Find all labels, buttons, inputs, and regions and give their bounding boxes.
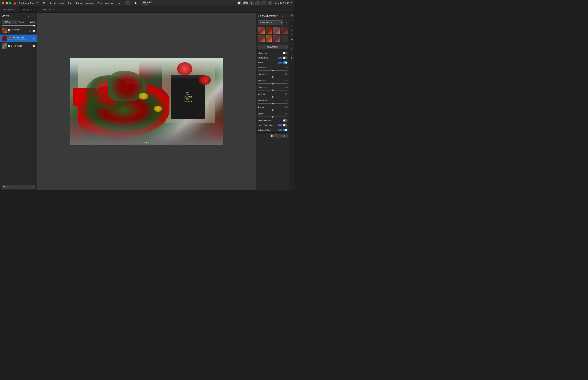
mask-badge[interactable]: Mask: [20, 38, 25, 40]
adj-selective-color-toggle[interactable]: [283, 129, 287, 131]
adj-contrast-slider[interactable]: [258, 97, 287, 97]
menu-edit[interactable]: Edit: [42, 1, 48, 5]
menu-tools[interactable]: Tools: [67, 1, 74, 5]
tab-close-0004[interactable]: ✕: [34, 8, 35, 10]
layer-live-photo-sub: 0:03: [8, 31, 28, 33]
clone-tool-icon[interactable]: ⊕: [290, 47, 294, 51]
page-dot-3: [148, 142, 149, 143]
adj-selective-clarity-toggle[interactable]: [283, 119, 287, 122]
tab-close-0610[interactable]: ✕: [53, 8, 54, 10]
search-tool-icon[interactable]: 🔍: [290, 57, 294, 60]
preset-thumb-4[interactable]: [281, 27, 288, 34]
canvas-photo: HOTGINAVAILABLEFORTAKEAWAY: [70, 58, 223, 145]
adj-brightness-slider[interactable]: [258, 90, 287, 91]
preset-thumb-7[interactable]: [273, 35, 280, 42]
preset-thumbs: +: [256, 26, 289, 43]
eraser-tool-icon[interactable]: ◻: [290, 42, 294, 46]
canvas-area[interactable]: HOTGINAVAILABLEFORTAKEAWAY: [37, 13, 256, 190]
adj-histogram-toggle[interactable]: [283, 52, 287, 55]
preset-thumb-add[interactable]: +: [281, 35, 288, 42]
zoom-slider[interactable]: [131, 3, 141, 3]
adj-black-point-slider[interactable]: [258, 103, 287, 104]
color-panel-settings-button[interactable]: ⊙: [281, 14, 284, 18]
adj-brightness-label: Brightness: [258, 86, 282, 88]
share-button[interactable]: ↑: [262, 1, 266, 5]
layer-depth-mask[interactable]: ⬜ Depth Mask ⬜: [0, 42, 37, 50]
adj-highlights-slider[interactable]: [258, 77, 287, 77]
menu-pixelmator[interactable]: Pixelmator Pro: [18, 1, 35, 5]
adj-white-balance-ml: ML: [278, 57, 282, 59]
layer-depth-visibility-icon[interactable]: ⬜: [32, 45, 35, 47]
layers-add-button[interactable]: +: [32, 14, 35, 18]
tab-img0972[interactable]: IMG_0972 ✕: [0, 6, 19, 12]
fullscreen-button[interactable]: [9, 2, 11, 4]
reset-button[interactable]: Reset: [278, 134, 287, 138]
layer-image-sub: 5712 × 4284 px: [8, 38, 20, 40]
titlebar-center: IMG_0004 Edited: [142, 1, 152, 5]
view-split-button[interactable]: ⬚: [274, 134, 278, 137]
preset-thumb-1[interactable]: [258, 27, 265, 34]
preset-thumb-2[interactable]: [266, 27, 273, 34]
adj-clarity-slider-row: [256, 116, 289, 118]
color-panel-add-button[interactable]: +: [284, 14, 287, 18]
color-panel-bottom: ⬜ ⬚ Reset: [256, 133, 289, 139]
preset-thumb-5[interactable]: [258, 35, 265, 42]
menu-insert[interactable]: Insert: [49, 1, 57, 5]
hdr-button[interactable]: HDR: [243, 1, 248, 5]
adj-exposure-slider[interactable]: [258, 70, 287, 71]
view-single-button[interactable]: ⬜: [270, 134, 274, 137]
preset-menu-button[interactable]: ⊙: [284, 21, 287, 24]
adj-hue-saturation-toggle[interactable]: [283, 124, 287, 127]
layers-header: Layers − ⊞ +: [0, 13, 37, 19]
adj-contrast: Contrast 0%: [256, 92, 289, 96]
ml-enhance-button[interactable]: ML Enhance: [258, 45, 287, 49]
adj-basic-toggle[interactable]: [283, 61, 287, 64]
timeline-bar[interactable]: [258, 136, 268, 136]
menu-image[interactable]: Image: [57, 1, 66, 5]
preset-select[interactable]: Modern Films: [258, 20, 283, 24]
crop-button[interactable]: ⬚: [255, 1, 260, 5]
more-button[interactable]: ⊡: [268, 1, 272, 5]
layer-live-photo[interactable]: ⬜ Live Photo 0:03 🔈 ⬜: [0, 27, 37, 35]
menu-format[interactable]: Format: [75, 1, 85, 5]
layers-minus-button[interactable]: −: [22, 14, 25, 18]
menu-help[interactable]: Help: [114, 1, 122, 5]
adjust-tool-icon[interactable]: ⚡: [290, 38, 294, 41]
grid-tool-icon[interactable]: ⊞: [290, 28, 294, 32]
preset-thumb-3[interactable]: [273, 27, 280, 34]
tab-img0004[interactable]: IMG_0004 ✕: [19, 6, 38, 12]
close-button[interactable]: [2, 2, 4, 4]
sidebar-toggle-button[interactable]: ⬜: [237, 1, 242, 5]
menu-view[interactable]: View: [96, 1, 103, 5]
menu-window[interactable]: Window: [104, 1, 114, 5]
text-tool-icon[interactable]: T: [290, 52, 294, 56]
adj-texture-slider[interactable]: [258, 110, 287, 110]
paint-tool-icon[interactable]: 🖌: [290, 14, 294, 17]
opacity-slider[interactable]: [2, 25, 35, 26]
adj-white-balance-toggle[interactable]: [283, 57, 287, 59]
minimize-button[interactable]: [6, 2, 8, 4]
layer-image-layer[interactable]: HDR Image Layer 5712 × 4284 px Mask ▾ ✓: [0, 35, 37, 42]
adj-exposure-label: Exposure: [258, 66, 282, 68]
menu-file[interactable]: File: [35, 1, 41, 5]
preset-thumb-6[interactable]: [266, 35, 273, 42]
blend-mode-select[interactable]: Normal: [2, 20, 17, 24]
layer-live-photo-name: Live Photo: [11, 29, 20, 31]
adj-hue-saturation-label: Hue & Saturation: [258, 124, 277, 126]
adj-black-point-value: 0%: [283, 99, 287, 102]
layers-group-button[interactable]: ⊞: [27, 14, 30, 18]
search-input[interactable]: [6, 185, 32, 188]
adjust-button[interactable]: ⚡: [249, 1, 254, 5]
star-tool-icon[interactable]: ✦: [290, 23, 294, 27]
tab-close-0972[interactable]: ✕: [14, 8, 16, 10]
menu-arrange[interactable]: Arrange: [85, 1, 95, 5]
pencil-tool-icon[interactable]: ✏: [290, 33, 294, 37]
layer-visibility-icon[interactable]: ⬜: [32, 29, 35, 32]
adj-shadows-slider[interactable]: [258, 83, 287, 84]
tab-img0610[interactable]: IMG_0610 ✕: [38, 6, 58, 12]
adj-clarity-slider[interactable]: [258, 116, 287, 117]
circle-tool-icon[interactable]: ⊙: [290, 18, 294, 22]
zoom-out-button[interactable]: −: [125, 1, 130, 5]
layer-check-icon[interactable]: ✓: [32, 37, 35, 40]
layers-add-icon[interactable]: ⊕: [33, 185, 35, 188]
